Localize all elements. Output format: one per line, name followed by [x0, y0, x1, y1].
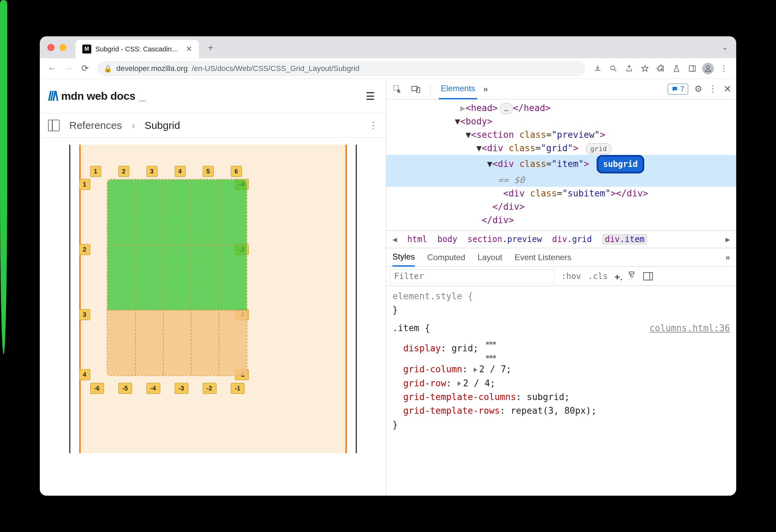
grid-row-label: 1: [79, 179, 90, 190]
reload-button[interactable]: ⟳: [78, 62, 92, 75]
page: ///\ mdn web docs _ ☰ References › Subgr…: [40, 79, 386, 496]
mdn-logo[interactable]: ///\ mdn web docs _: [48, 89, 145, 104]
profile-button[interactable]: [701, 62, 715, 75]
article-border-right: [356, 145, 357, 453]
devtools-menu-icon[interactable]: ⋮: [708, 84, 717, 94]
css-val[interactable]: 2 / 7: [479, 364, 506, 374]
crumb[interactable]: html: [407, 234, 427, 244]
css-rules-panel[interactable]: element.style { } .item { columns.html:3…: [386, 286, 736, 496]
computed-tab[interactable]: Computed: [427, 253, 465, 262]
dom-row[interactable]: ▼<body>: [386, 115, 736, 128]
grid-col-label: -1: [231, 383, 245, 394]
sidebar-toggle-icon[interactable]: [48, 120, 60, 131]
back-button[interactable]: ←: [45, 62, 59, 75]
side-panel-icon[interactable]: [685, 62, 699, 75]
dom-row-selected[interactable]: ▼<div class="item"> subgrid: [386, 155, 736, 173]
dom-breadcrumbs[interactable]: ◀ html body section.preview div.grid div…: [386, 230, 736, 248]
styles-filter-bar: Filter :hov .cls ✚▾: [386, 267, 736, 286]
crumb-current[interactable]: div.item: [602, 234, 647, 245]
css-prop[interactable]: display: [403, 343, 441, 353]
device-toolbar-icon[interactable]: [410, 83, 422, 95]
issues-count: 7: [680, 85, 684, 94]
rule-source-link[interactable]: columns.html:36: [649, 321, 730, 335]
css-val[interactable]: grid: [451, 343, 473, 353]
labs-icon[interactable]: [670, 62, 683, 75]
chrome-menu-button[interactable]: ⋮: [717, 62, 731, 75]
crumb-scroll-right[interactable]: ▶: [726, 235, 730, 244]
computed-panel-icon[interactable]: [643, 272, 653, 280]
css-val[interactable]: repeat(3, 80px): [510, 406, 591, 416]
dom-row[interactable]: <div class="subitem"></div>: [386, 187, 736, 200]
css-prop[interactable]: grid-template-rows: [403, 406, 500, 416]
grid-col-label: -2: [203, 383, 216, 394]
css-val[interactable]: subgrid: [527, 392, 564, 402]
share-icon[interactable]: [622, 62, 636, 75]
close-devtools-icon[interactable]: ✕: [724, 83, 731, 95]
grid-line: [107, 310, 247, 311]
preview-frame: 1 2 3 4 5 6 1 2 3 4 -4 -3 -2 -1: [79, 145, 347, 453]
hover-states-button[interactable]: :hov: [561, 271, 581, 281]
address-bar: ← → ⟳ 🔒 developer.mozilla.org/en-US/docs…: [40, 58, 736, 79]
rule-close: }: [392, 305, 398, 315]
subgrid-badge[interactable]: subgrid: [597, 155, 644, 173]
close-tab-button[interactable]: ✕: [186, 45, 192, 53]
browser-tab[interactable]: M Subgrid - CSS: Cascading Styl… ✕: [75, 40, 199, 58]
crumb[interactable]: body: [437, 234, 457, 244]
grid-editor-icon[interactable]: [486, 335, 496, 363]
grid-col-label: 2: [118, 166, 129, 177]
forward-button[interactable]: →: [62, 62, 75, 75]
dom-row[interactable]: </div>: [386, 214, 736, 227]
cls-button[interactable]: .cls: [588, 271, 608, 281]
settings-icon[interactable]: ⚙: [694, 84, 702, 94]
new-tab-button[interactable]: ＋: [203, 40, 218, 55]
tabs-dropdown-button[interactable]: ⌄: [722, 43, 728, 52]
inspect-element-icon[interactable]: [391, 83, 403, 95]
url-box[interactable]: 🔒 developer.mozilla.org/en-US/docs/Web/C…: [97, 61, 585, 76]
minimize-window-button[interactable]: [59, 44, 67, 51]
breadcrumb-references[interactable]: References: [69, 120, 122, 131]
grid-line: [191, 180, 191, 375]
expand-icon[interactable]: [458, 381, 461, 386]
bookmark-icon[interactable]: [638, 62, 652, 75]
more-tabs-button[interactable]: »: [483, 84, 488, 94]
event-listeners-tab[interactable]: Event Listeners: [515, 253, 571, 262]
new-style-rule-button[interactable]: ✚▾: [615, 271, 620, 281]
dom-row[interactable]: ▼<section class="preview">: [386, 128, 736, 142]
more-style-tabs[interactable]: »: [726, 253, 730, 262]
styles-filter-input[interactable]: Filter: [390, 269, 554, 283]
crumb[interactable]: div.grid: [552, 234, 592, 244]
rule-selector[interactable]: .item {: [392, 323, 430, 333]
mdn-example-canvas: 1 2 3 4 5 6 1 2 3 4 -4 -3 -2 -1: [40, 138, 386, 496]
expand-icon[interactable]: [474, 367, 477, 372]
browser-window: M Subgrid - CSS: Cascading Styl… ✕ ＋ ⌄ ←…: [40, 36, 736, 496]
styles-tab[interactable]: Styles: [392, 248, 415, 267]
element-style-selector[interactable]: element.style {: [392, 291, 473, 301]
close-window-button[interactable]: [47, 44, 55, 51]
layout-tab[interactable]: Layout: [478, 253, 502, 262]
grid-col-label: -4: [146, 383, 160, 394]
grid-badge[interactable]: grid: [586, 143, 611, 154]
paint-icon[interactable]: [627, 271, 636, 282]
extensions-icon[interactable]: [654, 62, 668, 75]
dom-row[interactable]: </div>: [386, 200, 736, 214]
dom-tree[interactable]: ▶<head>…</head> ▼<body> ▼<section class=…: [386, 99, 736, 230]
grid-col-label: 4: [175, 166, 186, 177]
zoom-icon[interactable]: [607, 62, 620, 75]
article-menu-button[interactable]: ⋮: [369, 120, 378, 131]
issues-button[interactable]: 7: [668, 84, 688, 95]
dom-row[interactable]: ▼<div class="grid"> grid: [386, 142, 736, 155]
install-app-icon[interactable]: [591, 62, 604, 75]
elements-tab[interactable]: Elements: [439, 79, 477, 99]
css-val[interactable]: 2 / 4: [463, 378, 490, 388]
css-prop[interactable]: grid-row: [403, 378, 446, 388]
mdn-brand: mdn web docs: [61, 90, 135, 102]
crumb[interactable]: section.preview: [468, 234, 542, 244]
dom-row[interactable]: ▶<head>…</head>: [386, 101, 736, 115]
css-prop[interactable]: grid-column: [403, 364, 462, 374]
grid-row-label: 3: [79, 309, 90, 320]
crumb-scroll-left[interactable]: ◀: [392, 235, 397, 244]
hamburger-button[interactable]: ☰: [366, 90, 375, 102]
grid-col-label: -3: [175, 383, 188, 394]
mdn-cursor-icon: _: [139, 90, 145, 102]
css-prop[interactable]: grid-template-columns: [403, 392, 516, 402]
